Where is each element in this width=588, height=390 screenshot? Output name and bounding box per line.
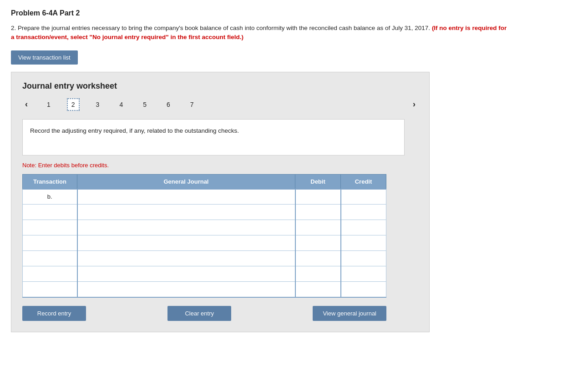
note-text: Note: Enter debits before credits. <box>22 162 418 169</box>
instructions-plain: 2. Prepare the journal entries necessary… <box>11 25 430 31</box>
col-header-credit: Credit <box>341 174 386 189</box>
cell-credit-4[interactable] <box>341 251 386 266</box>
table-row <box>23 235 386 251</box>
worksheet-container: Journal entry worksheet ‹ 1 2 3 4 5 6 7 … <box>11 72 430 332</box>
cell-credit-5[interactable] <box>341 266 386 282</box>
col-header-general-journal: General Journal <box>77 174 295 189</box>
cell-credit-6[interactable] <box>341 282 386 297</box>
tab-6[interactable]: 6 <box>163 99 174 110</box>
instructions: 2. Prepare the journal entries necessary… <box>11 24 512 42</box>
cell-general-1[interactable] <box>77 205 295 220</box>
table-row <box>23 205 386 220</box>
clear-entry-button[interactable]: Clear entry <box>167 306 231 321</box>
cell-credit-3[interactable] <box>341 235 386 251</box>
cell-general-2[interactable] <box>77 220 295 235</box>
cell-credit-1[interactable] <box>341 205 386 220</box>
tab-2[interactable]: 2 <box>67 98 80 111</box>
table-row <box>23 251 386 266</box>
tab-1[interactable]: 1 <box>43 99 54 110</box>
journal-table: Transaction General Journal Debit Credit… <box>22 174 386 298</box>
tab-7[interactable]: 7 <box>187 99 198 110</box>
cell-transaction-5 <box>23 266 77 282</box>
cell-debit-2[interactable] <box>295 220 341 235</box>
cell-debit-6[interactable] <box>295 282 341 297</box>
tab-5[interactable]: 5 <box>139 99 150 110</box>
tab-navigation: ‹ 1 2 3 4 5 6 7 › <box>22 98 418 111</box>
tab-3[interactable]: 3 <box>92 99 103 110</box>
cell-transaction-0: b. <box>23 189 77 205</box>
cell-credit-2[interactable] <box>341 220 386 235</box>
cell-debit-5[interactable] <box>295 266 341 282</box>
cell-debit-4[interactable] <box>295 251 341 266</box>
cell-debit-3[interactable] <box>295 235 341 251</box>
page-title: Problem 6-4A Part 2 <box>11 9 577 17</box>
cell-general-5[interactable] <box>77 266 295 282</box>
cell-transaction-1 <box>23 205 77 220</box>
col-header-debit: Debit <box>295 174 341 189</box>
nav-right-arrow[interactable]: › <box>410 99 418 110</box>
tab-4[interactable]: 4 <box>116 99 127 110</box>
cell-general-0[interactable] <box>77 189 295 205</box>
cell-transaction-6 <box>23 282 77 297</box>
table-row <box>23 282 386 297</box>
action-buttons-row: Record entry Clear entry View general jo… <box>22 306 386 321</box>
record-entry-button[interactable]: Record entry <box>22 306 86 321</box>
col-header-transaction: Transaction <box>23 174 77 189</box>
cell-general-6[interactable] <box>77 282 295 297</box>
table-row: b. <box>23 189 386 205</box>
view-general-journal-button[interactable]: View general journal <box>313 306 386 321</box>
cell-transaction-2 <box>23 220 77 235</box>
nav-left-arrow[interactable]: ‹ <box>22 99 30 110</box>
description-box: Record the adjusting entry required, if … <box>22 119 405 155</box>
table-row <box>23 220 386 235</box>
cell-debit-1[interactable] <box>295 205 341 220</box>
cell-general-4[interactable] <box>77 251 295 266</box>
cell-credit-0[interactable] <box>341 189 386 205</box>
table-row <box>23 266 386 282</box>
worksheet-title: Journal entry worksheet <box>22 81 418 91</box>
cell-general-3[interactable] <box>77 235 295 251</box>
view-transaction-list-button[interactable]: View transaction list <box>11 50 78 65</box>
cell-debit-0[interactable] <box>295 189 341 205</box>
cell-transaction-4 <box>23 251 77 266</box>
cell-transaction-3 <box>23 235 77 251</box>
